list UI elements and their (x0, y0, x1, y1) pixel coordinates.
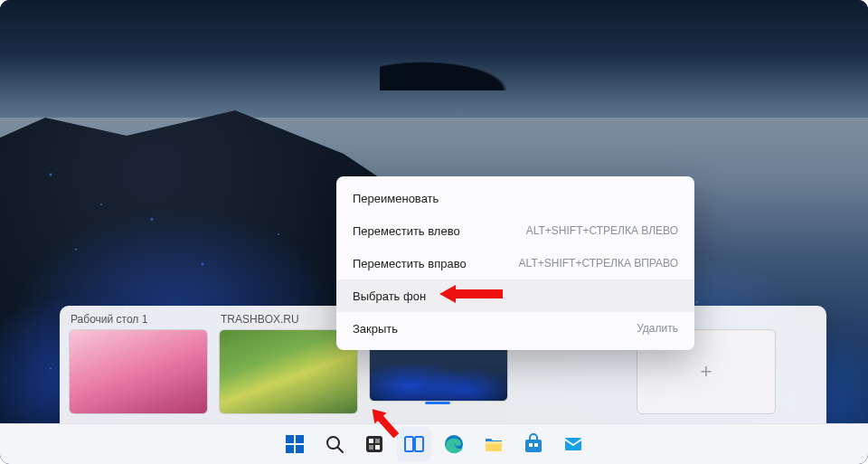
menu-hint: Удалить (637, 322, 678, 335)
svg-rect-2 (286, 435, 294, 443)
active-indicator (425, 402, 450, 404)
svg-rect-5 (296, 445, 304, 453)
start-button[interactable] (278, 427, 312, 461)
menu-item-choose-background[interactable]: Выбрать фон (336, 279, 694, 312)
task-view-button[interactable] (397, 427, 431, 461)
search-button[interactable] (317, 427, 352, 461)
widgets-icon (363, 433, 385, 455)
svg-rect-13 (405, 437, 413, 451)
svg-rect-14 (415, 437, 423, 451)
store-button[interactable] (516, 427, 551, 461)
svg-rect-9 (369, 439, 373, 443)
menu-hint: ALT+SHIFT+СТРЕЛКА ВПРАВО (519, 257, 678, 270)
search-icon (324, 433, 345, 455)
store-icon (523, 433, 544, 455)
svg-rect-3 (296, 435, 304, 443)
svg-rect-18 (529, 443, 533, 447)
desktop-context-menu: Переименовать Переместить влево ALT+SHIF… (336, 176, 694, 350)
svg-rect-20 (565, 438, 581, 450)
svg-rect-17 (525, 440, 542, 452)
menu-item-move-right[interactable]: Переместить вправо ALT+SHIFT+СТРЕЛКА ВПР… (336, 247, 694, 279)
taskbar (0, 423, 868, 464)
desktop-thumbnail-1[interactable]: Рабочий стол 1 (69, 313, 206, 414)
svg-line-7 (338, 448, 344, 453)
menu-label: Выбрать фон (353, 289, 426, 303)
svg-rect-10 (375, 439, 380, 443)
desktop-preview (69, 329, 208, 414)
desktop-label: Рабочий стол 1 (69, 313, 206, 326)
windows-icon (284, 433, 306, 455)
svg-rect-12 (375, 445, 380, 450)
widgets-button[interactable] (357, 427, 392, 461)
mail-icon (562, 433, 584, 455)
menu-label: Закрыть (353, 322, 398, 336)
menu-item-close[interactable]: Закрыть Удалить (336, 312, 694, 345)
edge-icon (443, 433, 465, 455)
folder-icon (483, 433, 505, 455)
svg-rect-4 (286, 445, 294, 453)
task-view-icon (403, 433, 425, 455)
menu-label: Переместить влево (353, 224, 460, 238)
svg-rect-19 (534, 443, 538, 447)
menu-item-rename[interactable]: Переименовать (336, 182, 694, 214)
mail-button[interactable] (556, 427, 590, 461)
edge-button[interactable] (437, 427, 471, 461)
menu-label: Переименовать (353, 192, 439, 205)
svg-rect-11 (369, 445, 373, 450)
file-explorer-button[interactable] (476, 427, 511, 461)
menu-item-move-left[interactable]: Переместить влево ALT+SHIFT+СТРЕЛКА ВЛЕВ… (336, 214, 694, 247)
menu-hint: ALT+SHIFT+СТРЕЛКА ВЛЕВО (526, 224, 678, 237)
svg-rect-8 (366, 436, 382, 452)
menu-label: Переместить вправо (353, 257, 467, 270)
svg-rect-16 (486, 441, 502, 444)
